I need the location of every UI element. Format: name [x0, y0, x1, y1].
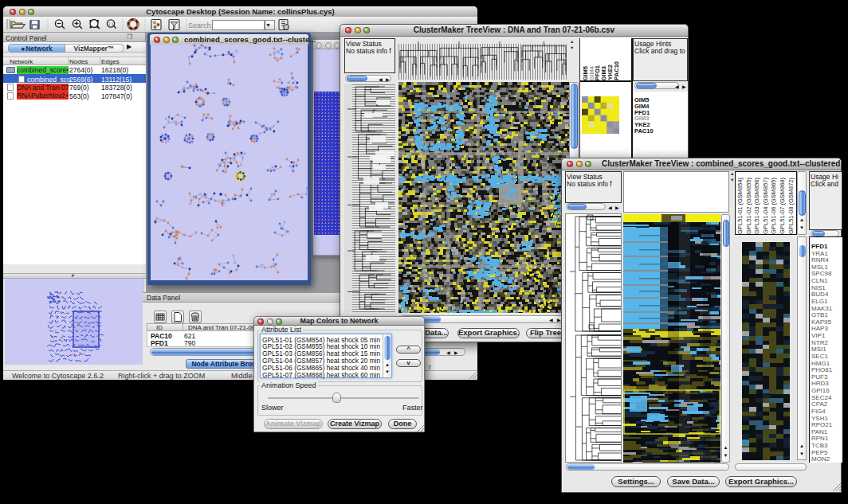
svg-text:1:1: 1:1 [108, 22, 114, 26]
